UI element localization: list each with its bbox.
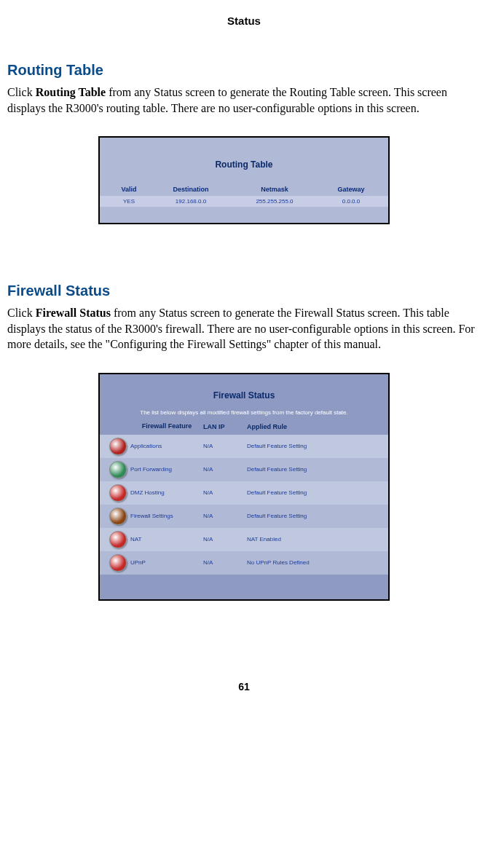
routing-cell-gateway: 0.0.0.0 — [318, 198, 384, 205]
firewall-header-row: Firewall Feature LAN IP Applied Rule — [100, 423, 388, 435]
firewall-row: NATN/ANAT Enabled — [100, 528, 388, 551]
firewall-row-lanip: N/A — [203, 489, 247, 496]
firewall-row-lanip: N/A — [203, 536, 247, 542]
applications-icon — [109, 438, 127, 455]
page-number: 61 — [7, 681, 481, 693]
firewall-col-feature: Firewall Feature — [130, 423, 203, 430]
firewall-rows-container: ApplicationsN/ADefault Feature SettingPo… — [100, 435, 388, 575]
firewall-row-lanip: N/A — [203, 513, 247, 519]
section-gap — [7, 256, 481, 283]
firewall-status-title: Firewall Status — [100, 374, 388, 409]
routing-table-title: Routing Table — [100, 138, 388, 183]
routing-table-paragraph: Click Routing Table from any Status scre… — [7, 84, 481, 116]
dmz-hosting-icon — [109, 484, 127, 502]
firewall-row: Port ForwardingN/ADefault Feature Settin… — [100, 458, 388, 481]
firewall-row-feature: DMZ Hosting — [130, 489, 203, 496]
firewall-para-pre: Click — [7, 307, 36, 319]
routing-col-valid: Valid — [107, 186, 151, 193]
routing-para-bold: Routing Table — [36, 86, 106, 98]
firewall-row: UPnPN/ANo UPnP Rules Defined — [100, 551, 388, 575]
firewall-row-icon-cell — [106, 461, 130, 478]
port-forwarding-icon — [109, 461, 127, 478]
firewall-row-feature: Port Forwarding — [130, 466, 203, 473]
routing-table-row: YES 192.168.0.0 255.255.255.0 0.0.0.0 — [100, 196, 388, 207]
firewall-status-figure: Firewall Status The list below displays … — [7, 373, 481, 601]
firewall-row-feature: UPnP — [130, 559, 203, 566]
firewall-row: DMZ HostingN/ADefault Feature Setting — [100, 481, 388, 505]
firewall-col-applied-rule: Applied Rule — [247, 423, 382, 430]
routing-cell-destination: 192.168.0.0 — [151, 198, 231, 205]
nat-icon — [109, 531, 127, 548]
manual-page: Status Routing Table Click Routing Table… — [0, 0, 488, 707]
routing-table-heading: Routing Table — [7, 62, 481, 79]
routing-para-pre: Click — [7, 86, 36, 98]
firewall-row-icon-cell — [106, 531, 130, 548]
firewall-status-paragraph: Click Firewall Status from any Status sc… — [7, 305, 481, 352]
firewall-row-applied-rule: Default Feature Setting — [247, 513, 382, 519]
firewall-para-bold: Firewall Status — [36, 307, 111, 319]
firewall-row-lanip: N/A — [203, 466, 247, 473]
firewall-row-lanip: N/A — [203, 443, 247, 449]
firewall-row-feature: NAT — [130, 536, 203, 542]
routing-col-gateway: Gateway — [318, 186, 384, 193]
firewall-row: Firewall SettingsN/ADefault Feature Sett… — [100, 505, 388, 528]
routing-table-figure: Routing Table Valid Destination Netmask … — [7, 136, 481, 224]
firewall-row-feature: Applications — [130, 443, 203, 449]
routing-col-netmask: Netmask — [231, 186, 318, 193]
firewall-status-panel: Firewall Status The list below displays … — [98, 373, 390, 601]
routing-cell-netmask: 255.255.255.0 — [231, 198, 318, 205]
firewall-row-icon-cell — [106, 508, 130, 525]
routing-col-destination: Destination — [151, 186, 231, 193]
firewall-row-applied-rule: No UPnP Rules Defined — [247, 559, 382, 566]
firewall-row-lanip: N/A — [203, 559, 247, 566]
firewall-row-applied-rule: Default Feature Setting — [247, 443, 382, 449]
firewall-row-applied-rule: NAT Enabled — [247, 536, 382, 542]
firewall-row-icon-cell — [106, 484, 130, 502]
firewall-row-icon-cell — [106, 554, 130, 572]
routing-table-panel: Routing Table Valid Destination Netmask … — [98, 136, 390, 224]
firewall-row-feature: Firewall Settings — [130, 513, 203, 519]
firewall-row-applied-rule: Default Feature Setting — [247, 466, 382, 473]
firewall-settings-icon — [109, 508, 127, 525]
firewall-row: ApplicationsN/ADefault Feature Setting — [100, 435, 388, 458]
firewall-row-icon-cell — [106, 438, 130, 455]
firewall-bottom-spacer — [100, 575, 388, 599]
page-header: Status — [7, 15, 481, 27]
firewall-status-subtext: The list below displays all modified fir… — [100, 409, 388, 423]
firewall-col-lanip: LAN IP — [203, 423, 247, 430]
routing-table-header-row: Valid Destination Netmask Gateway — [100, 183, 388, 196]
firewall-status-heading: Firewall Status — [7, 283, 481, 299]
routing-cell-valid: YES — [107, 198, 151, 205]
upnp-icon — [109, 554, 127, 572]
firewall-row-applied-rule: Default Feature Setting — [247, 489, 382, 496]
